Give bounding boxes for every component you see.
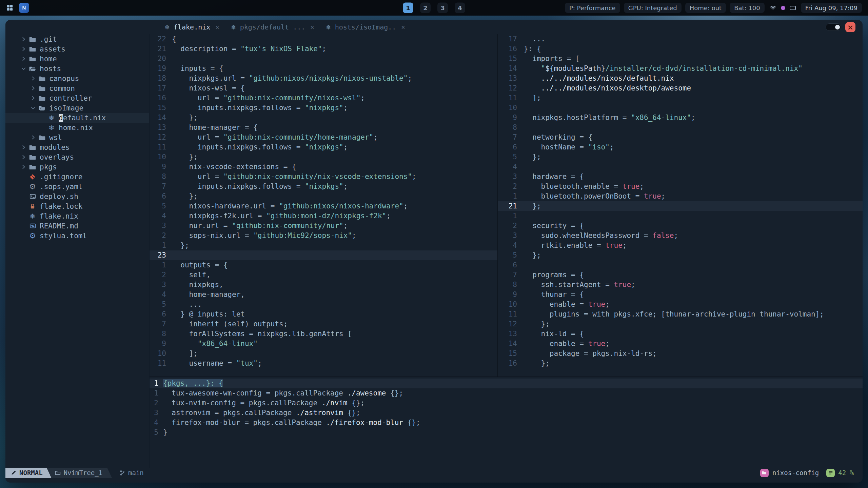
code-text: }: { bbox=[524, 44, 541, 54]
file-explorer[interactable]: .gitassetshomehostscanopuscommoncontroll… bbox=[5, 34, 150, 468]
tree-item-label: controller bbox=[49, 94, 92, 102]
line-number: 21 bbox=[150, 44, 166, 54]
chevron-closed-icon[interactable] bbox=[19, 36, 28, 42]
window-toggle[interactable] bbox=[826, 23, 841, 31]
tree-item-label: flake.lock bbox=[40, 202, 82, 210]
code-line: 1 }; bbox=[150, 241, 497, 250]
topbar: 1234 P: PerformanceGPU: IntegratedHome: … bbox=[0, 0, 868, 16]
tab-close-icon[interactable]: × bbox=[215, 23, 219, 31]
tree-item-hosts[interactable]: hosts bbox=[5, 64, 150, 74]
code-text: ../../modules/nixos/default.nix bbox=[524, 74, 674, 83]
tree-item-home[interactable]: home bbox=[5, 54, 150, 64]
project-folder-icon bbox=[760, 469, 769, 477]
workspace-tag-2[interactable]: 2 bbox=[420, 3, 431, 13]
folder-open-icon bbox=[28, 65, 37, 72]
tree-item-home-nix[interactable]: ❄home.nix bbox=[5, 123, 150, 133]
topbar-left bbox=[6, 3, 29, 13]
line-number: 20 bbox=[150, 54, 166, 64]
tree-item-overlays[interactable]: overlays bbox=[5, 152, 150, 162]
code-line: 7 networking = { bbox=[498, 133, 863, 142]
code-line: 15 inputs.nixpkgs.follows = "nixpkgs"; bbox=[150, 103, 497, 113]
tab-flake-nix[interactable]: ❄flake.nix× bbox=[159, 20, 225, 34]
chevron-open-icon[interactable] bbox=[19, 66, 28, 72]
chevron-open-icon[interactable] bbox=[28, 105, 37, 111]
code-line: 1 bbox=[498, 211, 863, 221]
chevron-closed-icon[interactable] bbox=[28, 135, 37, 140]
tree-item-label: default.nix bbox=[59, 114, 106, 122]
nix-snowflake-icon: ❄ bbox=[326, 23, 331, 31]
code-line: 18 nixpkgs.url = "github:nixos/nixpkgs/n… bbox=[150, 74, 497, 83]
code-text: inputs.nixpkgs.follows = "nixpkgs"; bbox=[172, 142, 348, 152]
mode-indicator: NORMAL bbox=[5, 468, 52, 478]
tree-item--gitignore[interactable]: .gitignore bbox=[5, 172, 150, 182]
line-number: 1 bbox=[150, 388, 158, 398]
code-text: "${modulesPath}/installer/cd-dvd/install… bbox=[524, 64, 803, 74]
code-line: 10 ]; bbox=[150, 349, 497, 359]
chevron-closed-icon[interactable] bbox=[28, 95, 37, 101]
line-number: 14 bbox=[498, 64, 517, 74]
editor-flake-nix[interactable]: 22{21 description = "tux's NixOS Flake";… bbox=[150, 34, 497, 377]
tab-hosts-isoImag-[interactable]: ❄hosts/isoImag..× bbox=[320, 20, 411, 34]
code-line: 11 username = "tux"; bbox=[150, 359, 497, 368]
workspace-tag-4[interactable]: 4 bbox=[455, 3, 465, 13]
chevron-closed-icon[interactable] bbox=[19, 164, 28, 170]
status-pill: P: Performance bbox=[565, 3, 620, 13]
tree-item--git[interactable]: .git bbox=[5, 34, 150, 44]
logo-icon[interactable] bbox=[19, 3, 29, 13]
code-text: nix-ld = { bbox=[524, 329, 584, 339]
workspace-tag-1[interactable]: 1 bbox=[403, 3, 413, 13]
tab-close-icon[interactable]: × bbox=[401, 23, 405, 31]
horizontal-split-separator[interactable] bbox=[150, 377, 863, 377]
code-text: url = "github:nix-community/home-manager… bbox=[172, 133, 378, 142]
code-text: networking = { bbox=[524, 133, 592, 142]
code-line: 2 tux-nvim-config = pkgs.callPackage ./n… bbox=[150, 398, 863, 408]
chevron-closed-icon[interactable] bbox=[19, 154, 28, 160]
tree-item-isoImage[interactable]: isoImage bbox=[5, 103, 150, 113]
code-line: 5 }; bbox=[498, 250, 863, 260]
app-launcher-icon[interactable] bbox=[6, 4, 14, 12]
line-number: 7 bbox=[150, 182, 166, 191]
tree-item-flake-nix[interactable]: ❄flake.nix bbox=[5, 211, 150, 221]
editor-hosts-isoimage-default-nix[interactable]: 17 ...16}: {15 imports = [14 "${modulesP… bbox=[498, 34, 863, 377]
tree-item-pkgs[interactable]: pkgs bbox=[5, 162, 150, 172]
code-line: 13 home-manager = { bbox=[150, 123, 497, 133]
code-text: home-manager, bbox=[172, 290, 245, 300]
tree-item-controller[interactable]: controller bbox=[5, 93, 150, 103]
tree-item-stylua-toml[interactable]: ⚙stylua.toml bbox=[5, 231, 150, 241]
tab-pkgs-default-[interactable]: ❄pkgs/default ...× bbox=[225, 20, 320, 34]
tree-item-assets[interactable]: assets bbox=[5, 44, 150, 54]
workspace-tag-3[interactable]: 3 bbox=[437, 3, 448, 13]
line-number: 8 bbox=[498, 280, 517, 290]
code-text: enable = true; bbox=[524, 339, 610, 349]
scroll-lines-icon bbox=[826, 469, 835, 477]
line-number: 3 bbox=[498, 172, 517, 182]
code-line: 6 hostName = "iso"; bbox=[498, 142, 863, 152]
tree-item-wsl[interactable]: wsl bbox=[5, 133, 150, 142]
tree-item-modules[interactable]: modules bbox=[5, 142, 150, 152]
chevron-closed-icon[interactable] bbox=[28, 76, 37, 81]
tree-item-canopus[interactable]: canopus bbox=[5, 74, 150, 83]
tree-item-flake-lock[interactable]: flake.lock bbox=[5, 201, 150, 211]
window-close-button[interactable]: × bbox=[845, 22, 855, 32]
tree-item-README-md[interactable]: README.md bbox=[5, 221, 150, 231]
code-text: }; bbox=[172, 113, 198, 123]
tab-close-icon[interactable]: × bbox=[310, 23, 314, 31]
chevron-closed-icon[interactable] bbox=[19, 46, 28, 52]
tree-item--sops-yaml[interactable]: ⚙.sops.yaml bbox=[5, 182, 150, 191]
code-line: 13 nix-ld = { bbox=[498, 329, 863, 339]
code-text: }; bbox=[524, 201, 541, 211]
chevron-closed-icon[interactable] bbox=[19, 144, 28, 150]
tree-item-default-nix[interactable]: ❄default.nix bbox=[5, 113, 150, 123]
code-line: 15 imports = [ bbox=[498, 54, 863, 64]
code-line: 4 rtkit.enable = true; bbox=[498, 241, 863, 250]
tree-item-common[interactable]: common bbox=[5, 83, 150, 93]
tree-item-deploy-sh[interactable]: deploy.sh bbox=[5, 191, 150, 201]
line-number: 13 bbox=[150, 123, 166, 133]
chevron-closed-icon[interactable] bbox=[19, 56, 28, 62]
chevron-closed-icon[interactable] bbox=[28, 85, 37, 91]
code-line: 7 inherit (self) outputs; bbox=[150, 319, 497, 329]
code-text: security = { bbox=[524, 221, 584, 231]
code-line: 11 plugins = with pkgs.xfce; [thunar-arc… bbox=[498, 309, 863, 319]
editor-pkgs-default-nix[interactable]: 1{pkgs, ...}: {1 tux-awesome-wm-config =… bbox=[150, 379, 863, 468]
line-number: 5 bbox=[150, 201, 166, 211]
